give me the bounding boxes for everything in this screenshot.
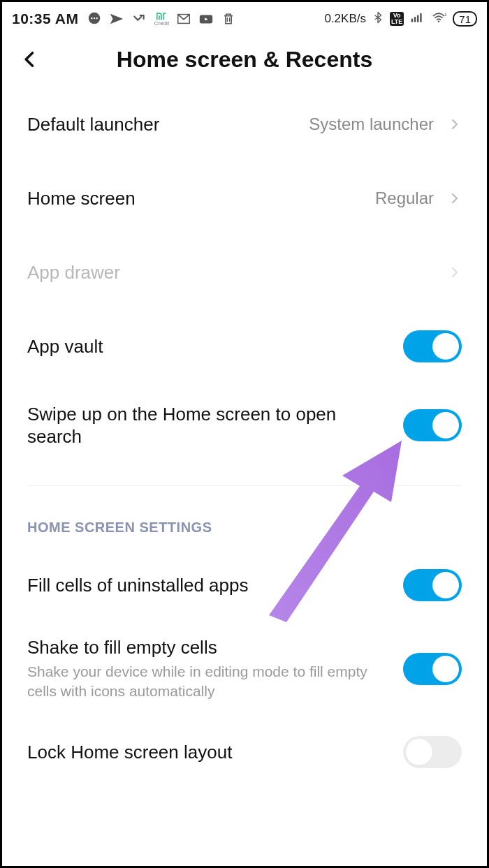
gmail-icon	[176, 11, 191, 27]
chevron-right-icon	[448, 190, 462, 207]
toggle-fill-cells[interactable]	[403, 569, 462, 601]
row-label: App vault	[27, 335, 395, 358]
row-swipe-search[interactable]: Swipe up on the Home screen to open sear…	[27, 383, 462, 467]
row-shake-fill[interactable]: Shake to fill empty cells Shake your dev…	[27, 622, 462, 715]
row-app-drawer: App drawer	[27, 235, 462, 309]
toggle-shake-fill[interactable]	[403, 653, 462, 685]
svg-rect-9	[420, 13, 422, 22]
row-value: System launcher	[309, 115, 434, 134]
app-header: Home screen & Recents	[2, 33, 487, 87]
svg-rect-7	[414, 17, 416, 22]
row-label: Lock Home screen layout	[27, 741, 395, 764]
row-label: Fill cells of uninstalled apps	[27, 574, 395, 597]
row-label: Default launcher	[27, 113, 300, 136]
signal-icon	[409, 10, 425, 28]
row-label: Swipe up on the Home screen to open sear…	[27, 403, 395, 448]
mi-credit-icon: Credit	[154, 11, 169, 27]
row-app-vault[interactable]: App vault	[27, 309, 462, 383]
row-label: App drawer	[27, 261, 439, 284]
status-icons: Credit	[87, 11, 236, 27]
row-default-launcher[interactable]: Default launcher System launcher	[27, 87, 462, 161]
svg-text:1: 1	[445, 13, 447, 17]
trash-icon	[221, 11, 236, 27]
svg-rect-8	[417, 15, 419, 22]
svg-point-10	[438, 20, 440, 22]
svg-rect-6	[411, 18, 414, 22]
toggle-swipe-search[interactable]	[403, 409, 462, 441]
svg-point-2	[94, 17, 95, 19]
row-value: Regular	[375, 189, 434, 208]
status-bar: 10:35 AM Credit	[2, 2, 487, 33]
page-title: Home screen & Recents	[16, 47, 473, 73]
volte-icon: VoLTE	[390, 12, 404, 26]
bluetooth-icon	[372, 10, 384, 28]
youtube-icon	[198, 11, 214, 27]
chevron-right-icon	[448, 116, 462, 133]
chat-icon	[87, 11, 102, 27]
send-icon	[109, 11, 124, 27]
row-home-screen[interactable]: Home screen Regular	[27, 161, 462, 235]
wifi-icon: 1	[430, 10, 447, 28]
toggle-lock-layout[interactable]	[403, 736, 462, 768]
row-label: Home screen	[27, 187, 367, 210]
section-header-home-settings: HOME SCREEN SETTINGS	[27, 486, 462, 548]
status-time: 10:35 AM	[12, 10, 78, 27]
row-lock-layout[interactable]: Lock Home screen layout	[27, 715, 462, 789]
toggle-app-vault[interactable]	[403, 330, 462, 362]
battery-indicator: 71	[453, 11, 477, 27]
row-subtitle: Shake your device while in editing mode …	[27, 662, 395, 702]
data-rate: 0.2KB/s	[324, 12, 366, 26]
svg-point-1	[92, 17, 93, 19]
row-fill-cells[interactable]: Fill cells of uninstalled apps	[27, 548, 462, 622]
svg-point-3	[96, 17, 98, 19]
missed-call-icon	[131, 11, 147, 27]
row-label: Shake to fill empty cells	[27, 636, 395, 659]
chevron-right-icon	[448, 264, 462, 281]
